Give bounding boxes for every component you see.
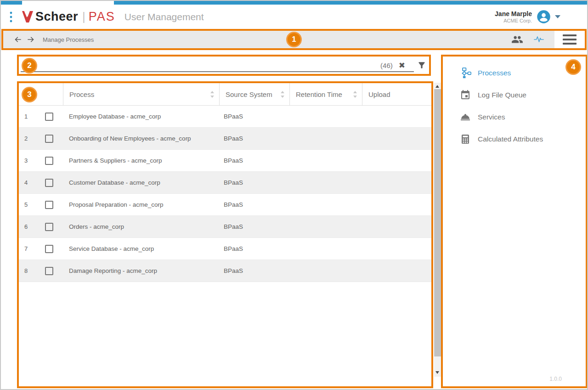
avatar-icon[interactable] <box>537 10 551 24</box>
source-system-cell: BPaaS <box>219 157 289 164</box>
column-label: Process <box>69 90 94 98</box>
row-checkbox[interactable] <box>45 223 63 231</box>
calculator-icon <box>459 134 471 145</box>
annotation-badge-1: 1 <box>286 32 302 47</box>
row-checkbox[interactable] <box>45 113 63 121</box>
brand-divider: | <box>82 10 85 24</box>
annotation-badge-4: 4 <box>565 59 581 75</box>
scrollbar-thumb[interactable] <box>434 89 441 356</box>
checkbox[interactable] <box>45 267 53 275</box>
scroll-up-arrow[interactable] <box>435 85 439 88</box>
page-title: User Management <box>124 11 204 23</box>
table-row[interactable]: 1Employee Database - acme_corpBPaaS <box>19 106 431 128</box>
column-header-upload[interactable]: Upload <box>362 83 431 105</box>
users-group-icon[interactable] <box>511 34 523 45</box>
table-row[interactable]: 6Orders - acme_corpBPaaS <box>19 216 431 238</box>
column-label: Upload <box>368 90 390 98</box>
activity-pulse-icon[interactable] <box>533 34 544 45</box>
sidebar-item-calculated-attributes[interactable]: Calculated Attributes <box>443 128 586 150</box>
row-index: 5 <box>19 201 45 208</box>
checkbox[interactable] <box>45 179 53 187</box>
search-annotation-box: (46) ✖ 2 <box>17 55 431 76</box>
column-label: Source System <box>226 90 272 98</box>
column-header-process[interactable]: Process <box>63 83 219 105</box>
source-system-cell: BPaaS <box>219 113 289 120</box>
sidebar-item-label: Services <box>478 113 505 121</box>
row-index: 7 <box>19 245 45 252</box>
table-row[interactable]: 3Partners & Suppliers - acme_corpBPaaS <box>19 150 431 172</box>
sort-icon[interactable] <box>210 91 215 98</box>
chevron-down-icon[interactable] <box>555 15 560 18</box>
scheer-logo-icon <box>22 11 33 23</box>
service-bell-icon <box>459 112 471 123</box>
table-row[interactable]: 4Customer Database - acme_corpBPaaS <box>19 172 431 194</box>
sidebar-annotation-box: Processes Log File Queue Services Calcul… <box>441 55 588 388</box>
row-index: 4 <box>19 179 45 186</box>
row-checkbox[interactable] <box>45 135 63 143</box>
back-arrow-icon[interactable] <box>13 35 23 44</box>
annotation-badge-3: 3 <box>22 87 37 102</box>
process-table-annotation-box: Process Source System Retention Time Upl… <box>17 81 433 388</box>
hamburger-menu-button[interactable] <box>554 31 585 48</box>
forward-arrow-icon[interactable] <box>26 35 35 44</box>
table-row[interactable]: 2Onboarding of New Employees - acme_corp… <box>19 128 431 150</box>
app-header: Scheer | PAS User Management Jane Marple… <box>1 5 587 29</box>
checkbox[interactable] <box>45 157 53 165</box>
brand-product: PAS <box>89 10 115 24</box>
annotation-badge-2: 2 <box>22 58 37 73</box>
source-system-cell: BPaaS <box>219 201 289 208</box>
table-row[interactable]: 8Damage Reporting - acme_corpBPaaS <box>19 260 431 282</box>
brand-name: Scheer <box>35 10 78 24</box>
checkbox[interactable] <box>45 135 53 143</box>
toolbar: Manage Processes 1 <box>3 31 585 48</box>
sort-icon[interactable] <box>353 91 357 98</box>
hamburger-bar <box>563 34 577 36</box>
table-row[interactable]: 5Proposal Preparation - acme_corpBPaaS <box>19 194 431 216</box>
hamburger-bar <box>563 43 577 45</box>
vertical-scrollbar[interactable] <box>434 83 441 377</box>
brand-logo: Scheer | PAS <box>22 10 115 24</box>
row-checkbox[interactable] <box>45 201 63 209</box>
clear-search-icon[interactable]: ✖ <box>399 61 405 70</box>
toolbar-annotation-box: Manage Processes 1 <box>1 29 587 50</box>
checkbox[interactable] <box>45 245 53 253</box>
row-checkbox[interactable] <box>45 157 63 165</box>
user-organization: ACME Corp. <box>495 18 532 24</box>
user-menu[interactable]: Jane Marple ACME Corp. <box>495 10 560 24</box>
row-index: 6 <box>19 223 45 230</box>
checkbox[interactable] <box>45 113 53 121</box>
source-system-cell: BPaaS <box>219 179 289 186</box>
process-name-cell: Partners & Suppliers - acme_corp <box>63 157 219 164</box>
source-system-cell: BPaaS <box>219 223 289 230</box>
user-info: Jane Marple ACME Corp. <box>495 10 532 24</box>
sort-icon[interactable] <box>280 91 285 98</box>
row-checkbox[interactable] <box>45 267 63 275</box>
table-body: 1Employee Database - acme_corpBPaaS2Onbo… <box>19 106 431 282</box>
sidebar-item-log-file-queue[interactable]: Log File Queue <box>443 84 586 106</box>
table-header-row: Process Source System Retention Time Upl… <box>19 83 431 106</box>
user-name: Jane Marple <box>495 10 532 18</box>
process-name-cell: Onboarding of New Employees - acme_corp <box>63 135 219 142</box>
vertical-dots-menu-icon[interactable] <box>9 11 13 23</box>
row-checkbox[interactable] <box>45 245 63 253</box>
row-checkbox[interactable] <box>45 179 63 187</box>
checkbox[interactable] <box>45 201 53 209</box>
scroll-down-arrow[interactable] <box>435 371 439 374</box>
breadcrumb: Manage Processes <box>43 36 94 43</box>
checkbox[interactable] <box>45 223 53 231</box>
search-input[interactable] <box>21 71 414 72</box>
process-name-cell: Proposal Preparation - acme_corp <box>63 201 219 208</box>
column-header-source-system[interactable]: Source System <box>219 83 289 105</box>
accent-segment <box>1 1 22 5</box>
row-index: 3 <box>19 157 45 164</box>
filter-icon[interactable] <box>417 61 426 70</box>
process-name-cell: Service Database - acme_corp <box>63 245 219 252</box>
column-header-retention-time[interactable]: Retention Time <box>289 83 362 105</box>
sidebar-item-processes[interactable]: Processes <box>443 62 586 84</box>
sidebar-item-services[interactable]: Services <box>443 106 586 128</box>
process-name-cell: Employee Database - acme_corp <box>63 113 219 120</box>
workflow-icon <box>459 67 471 79</box>
table-row[interactable]: 7Service Database - acme_corpBPaaS <box>19 238 431 260</box>
row-index: 8 <box>19 267 45 274</box>
toolbar-right <box>511 31 585 48</box>
